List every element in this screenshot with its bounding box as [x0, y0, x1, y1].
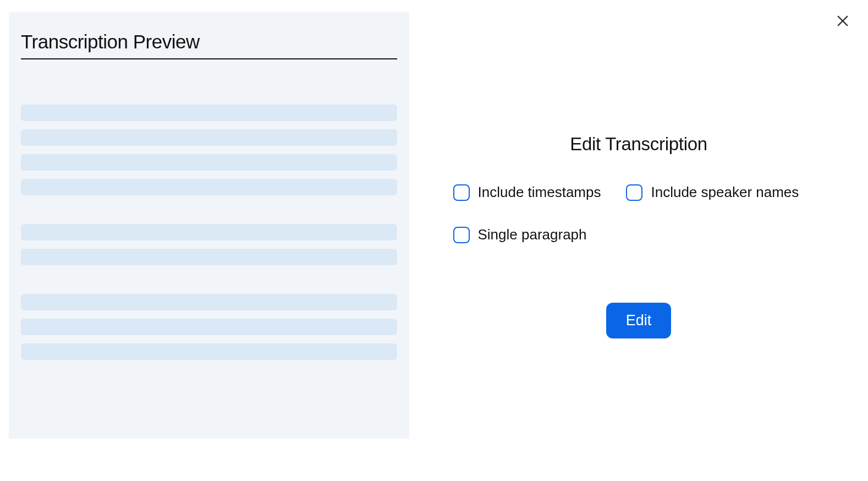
skeleton-group	[21, 224, 397, 265]
option-timestamps[interactable]: Include timestamps	[453, 184, 601, 201]
skeleton-line	[21, 105, 397, 121]
close-icon	[835, 13, 850, 29]
skeleton-group	[21, 294, 397, 360]
close-button[interactable]	[833, 11, 853, 31]
edit-button[interactable]: Edit	[606, 303, 672, 338]
checkbox-icon	[453, 227, 470, 243]
skeleton-line	[21, 224, 397, 240]
option-speaker-names-label: Include speaker names	[651, 184, 799, 201]
option-timestamps-label: Include timestamps	[478, 184, 601, 201]
dialog-container: Transcription Preview	[0, 0, 868, 481]
editor-panel: Edit Transcription Include timestamps In…	[409, 0, 868, 481]
checkbox-icon	[453, 184, 470, 201]
skeleton-line	[21, 294, 397, 310]
skeleton-line	[21, 129, 397, 146]
skeleton-line	[21, 154, 397, 171]
skeleton-line	[21, 179, 397, 195]
skeleton-group	[21, 105, 397, 195]
preview-title: Transcription Preview	[21, 31, 397, 59]
editor-heading: Edit Transcription	[570, 134, 707, 155]
skeleton-line	[21, 319, 397, 335]
options-row: Include timestamps Include speaker names…	[453, 184, 825, 243]
checkbox-icon	[626, 184, 642, 201]
skeleton-line	[21, 249, 397, 265]
option-single-paragraph[interactable]: Single paragraph	[453, 226, 587, 243]
option-single-paragraph-label: Single paragraph	[478, 226, 587, 243]
option-speaker-names[interactable]: Include speaker names	[626, 184, 799, 201]
skeleton-content	[21, 105, 397, 360]
skeleton-line	[21, 343, 397, 360]
preview-panel: Transcription Preview	[9, 12, 409, 439]
